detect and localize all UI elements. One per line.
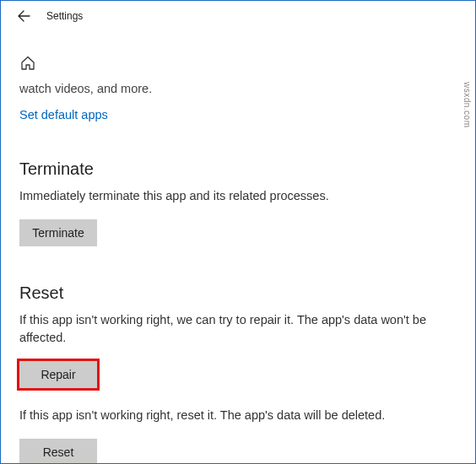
terminate-button[interactable]: Terminate	[19, 219, 97, 246]
back-arrow-icon	[17, 9, 30, 23]
terminate-description: Immediately terminate this app and its r…	[19, 187, 450, 204]
repair-description: If this app isn't working right, we can …	[19, 311, 450, 346]
back-button[interactable]	[16, 8, 31, 24]
reset-description: If this app isn't working right, reset i…	[19, 407, 450, 424]
reset-button[interactable]: Reset	[19, 439, 97, 464]
reset-heading: Reset	[19, 283, 457, 303]
window-header: Settings	[1, 1, 475, 31]
watermark-text: wsxdn.com	[462, 82, 472, 128]
terminate-section: Terminate Immediately terminate this app…	[19, 159, 457, 246]
truncated-feature-text: watch videos, and more.	[19, 82, 457, 95]
repair-button[interactable]: Repair	[19, 361, 97, 388]
page-title: Settings	[46, 10, 83, 22]
settings-content: watch videos, and more. Set default apps…	[1, 31, 475, 464]
set-default-apps-link[interactable]: Set default apps	[19, 108, 108, 121]
terminate-heading: Terminate	[19, 159, 457, 179]
home-icon[interactable]	[19, 55, 457, 75]
reset-section: Reset If this app isn't working right, w…	[19, 283, 457, 464]
